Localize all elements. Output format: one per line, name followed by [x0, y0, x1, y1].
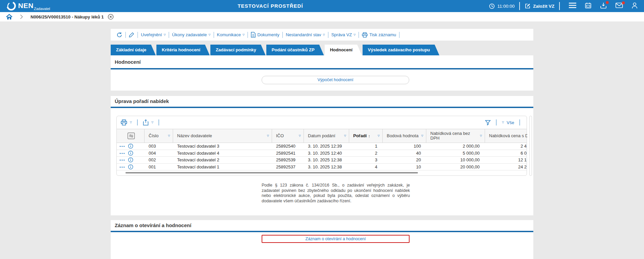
table-row[interactable]: ●●● 004 Testovací dodavatel 4 25892541 3… [117, 150, 527, 157]
caret-down-icon[interactable]: ▽ [267, 135, 269, 137]
user-profile-button[interactable] [632, 2, 638, 10]
toolbar-divider [399, 32, 399, 38]
cell-nazev: Testovací dodavatel 1 [173, 164, 272, 170]
inbox-button[interactable] [600, 2, 607, 10]
tab-hodnoceni[interactable]: Hodnocení [325, 45, 362, 55]
menu-label: Uveřejnění [141, 32, 162, 37]
toolbar-divider [159, 119, 159, 125]
menu-label: Správa VZ [331, 32, 352, 37]
tab-podani-ucastniku[interactable]: Podání účastníků ZP [266, 45, 324, 55]
table-header-row: Číslo▽ Název dodavatele▽ IČO▽ Datum podá… [117, 129, 527, 143]
column-header-ico[interactable]: IČO▽ [272, 129, 304, 143]
menu-label: Úkony zadavatele [172, 32, 207, 37]
caret-down-icon[interactable]: ▽ [168, 135, 170, 137]
compute-evaluation-button[interactable]: Výpočet hodnocení [262, 76, 409, 84]
caret-down-icon[interactable]: ▽ [502, 121, 504, 124]
info-icon[interactable] [128, 151, 133, 156]
tab-kriteria-hodnoceni[interactable]: Kritéria hodnocení [156, 45, 210, 55]
table-row[interactable]: ●●● 003 Testovací dodavatel 3 25892540 3… [117, 143, 527, 150]
cell-datum: 3. 10. 2025 12:40 [304, 150, 349, 157]
caret-down-icon[interactable]: ▽ [299, 135, 301, 137]
row-actions-icon[interactable]: ●●● [119, 166, 125, 168]
nen-logo[interactable]: NEN Zadavatel [6, 1, 34, 11]
edit-button[interactable] [126, 32, 138, 38]
section-zaznam: Záznam o otevírání a hodnocení Záznam o … [111, 220, 533, 259]
cell-datum: 3. 10. 2025 12:38 [304, 164, 349, 170]
clock-icon [489, 3, 495, 9]
print-record-button[interactable]: Tisk záznamu [359, 32, 399, 38]
toolbar-divider [137, 119, 138, 125]
caret-down-icon[interactable]: ▽ [344, 135, 346, 137]
column-header-datum[interactable]: Datum podání▽ [304, 129, 349, 143]
cell-nazev: Testovací dodavatel 3 [173, 143, 272, 150]
menu-button[interactable] [569, 3, 576, 9]
calendar-button[interactable] [585, 2, 591, 10]
cell-cena-bez-dph: 5 000,00 [426, 150, 485, 157]
caret-down-icon[interactable]: ▽ [421, 135, 423, 137]
menu-nestandardni-stav[interactable]: Nestandardní stav▽ [283, 32, 328, 37]
column-header-poradi[interactable]: Pořadí↑▽ [349, 129, 383, 143]
chevron-right-icon [20, 14, 23, 19]
calendar-icon [585, 2, 591, 9]
cell-bodova: 100 [383, 143, 426, 150]
cell-bodova: 40 [383, 150, 426, 157]
caret-down-icon[interactable]: ▽ [480, 135, 482, 137]
cell-ico: 25892537 [272, 164, 304, 170]
filter-all-dropdown[interactable]: Vše [507, 120, 514, 125]
opening-evaluation-record-button[interactable]: Záznam o otevírání a hodnocení [262, 235, 410, 243]
column-header-cena-s-dph[interactable]: Nabídková cena s DPH [485, 129, 527, 143]
column-header-nazev[interactable]: Název dodavatele▽ [173, 129, 272, 143]
breadcrumb-item[interactable]: N006/25/V00013510 - Nákupy léků 1 [31, 14, 104, 19]
menu-dokumenty[interactable]: Dokumenty [248, 32, 282, 38]
home-icon[interactable] [6, 14, 12, 20]
menu-uverejneni[interactable]: Uveřejnění▽ [138, 32, 169, 37]
column-settings-button[interactable] [117, 129, 145, 143]
cell-bodova: 10 [383, 164, 426, 170]
messages-button[interactable] [615, 3, 623, 9]
toolbar-divider [520, 119, 520, 125]
person-icon [632, 2, 638, 9]
create-vz-label: Založit VZ [533, 4, 554, 9]
row-actions-icon[interactable]: ●●● [119, 159, 125, 161]
tab-zakladni-udaje[interactable]: Základní údaje [111, 45, 156, 55]
logo-subtitle: Zadavatel [34, 7, 50, 11]
menu-komunikace[interactable]: Komunikace▽ [214, 32, 248, 37]
column-settings-icon [127, 133, 135, 139]
print-table-button[interactable] [121, 119, 127, 125]
compose-icon [525, 3, 531, 9]
close-tab-icon[interactable] [108, 14, 114, 20]
row-actions-icon[interactable]: ●●● [119, 152, 125, 154]
column-header-bodova[interactable]: Bodová hodnota▽ [383, 129, 426, 143]
info-icon[interactable] [128, 157, 133, 162]
create-vz-button[interactable]: Založit VZ [525, 3, 554, 9]
export-button[interactable] [143, 119, 149, 125]
refresh-button[interactable] [113, 32, 125, 38]
cell-poradi: 3 [349, 157, 383, 163]
horizontal-scrollbar[interactable] [125, 172, 418, 173]
tab-vysledek-postupu[interactable]: Výsledek zadávacího postupu [363, 45, 439, 55]
info-icon[interactable] [128, 164, 133, 169]
collapsed-panel-handle[interactable] [529, 116, 532, 176]
column-header-cena-bez-dph[interactable]: Nabídková cena bez DPH▽ [426, 129, 485, 143]
menu-label: Dokumenty [257, 32, 279, 37]
cell-datum: 3. 10. 2025 12:38 [304, 157, 349, 163]
table-row[interactable]: ●●● 001 Testovací dodavatel 1 25892537 3… [117, 164, 527, 171]
row-actions-icon[interactable]: ●●● [119, 145, 125, 147]
info-icon[interactable] [128, 144, 133, 149]
table-row[interactable]: ●●● 002 Testovací dodavatel 2 25892539 3… [117, 157, 527, 164]
pencil-icon [129, 32, 135, 38]
filter-icon[interactable] [485, 120, 491, 125]
caret-down-icon[interactable]: ▽ [378, 135, 380, 137]
cell-ico: 25892540 [272, 143, 304, 150]
caret-down-icon: ▽ [208, 34, 210, 36]
caret-down-icon[interactable]: ▽ [130, 121, 132, 124]
menu-ukony-zadavatele[interactable]: Úkony zadavatele▽ [169, 32, 214, 37]
column-header-cislo[interactable]: Číslo▽ [145, 129, 173, 143]
document-icon [251, 32, 256, 38]
section-hodnoceni: Hodnocení Výpočet hodnocení [111, 55, 533, 91]
tab-zadavaci-podminky[interactable]: Zadávací podmínky [210, 45, 266, 55]
menu-sprava-vz[interactable]: Správa VZ▽ [328, 32, 359, 37]
environment-title: TESTOVACÍ PROSTŘEDÍ [218, 0, 323, 12]
caret-down-icon[interactable]: ▽ [151, 121, 153, 124]
cell-cislo: 002 [145, 157, 173, 163]
